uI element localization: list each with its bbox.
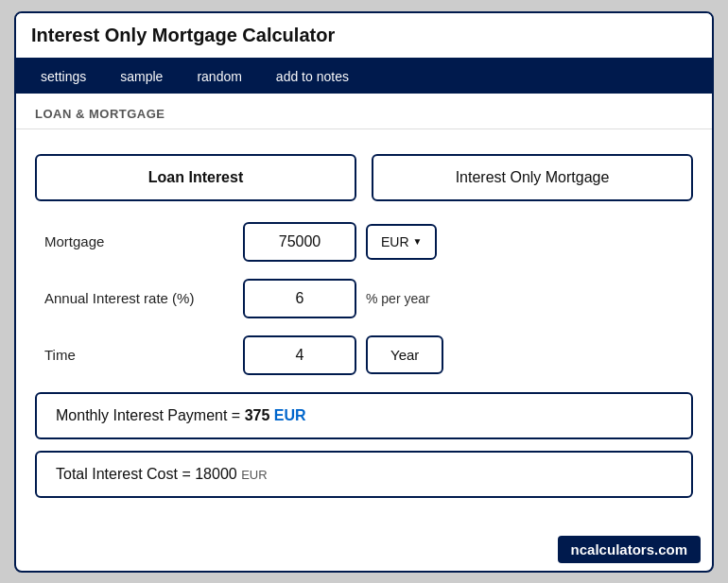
annual-rate-label: Annual Interest rate (%): [35, 290, 243, 306]
monthly-result-currency: EUR: [274, 407, 306, 423]
caret-icon: ▼: [413, 236, 423, 247]
calc-body: Loan Interest Interest Only Mortgage Mor…: [16, 139, 712, 528]
calc-type-interest-only-mortgage[interactable]: Interest Only Mortgage: [372, 154, 693, 201]
title-bar: Interest Only Mortgage Calculator: [16, 13, 712, 60]
nav-bar: settings sample random add to notes: [16, 60, 712, 94]
nav-sample[interactable]: sample: [103, 60, 180, 94]
nav-settings[interactable]: settings: [24, 60, 103, 94]
mortgage-row: Mortgage EUR ▼: [35, 222, 693, 262]
calculator-container: Interest Only Mortgage Calculator settin…: [14, 11, 714, 573]
total-result-currency: EUR: [241, 468, 267, 482]
page-title: Interest Only Mortgage Calculator: [31, 25, 697, 46]
section-label: LOAN & MORTGAGE: [16, 94, 712, 129]
time-unit-button[interactable]: Year: [366, 335, 443, 374]
monthly-result-box: Monthly Interest Payment = 375 EUR: [35, 392, 693, 439]
monthly-result-label: Monthly Interest Payment =: [56, 407, 245, 423]
nav-random[interactable]: random: [180, 60, 258, 94]
nav-add-to-notes[interactable]: add to notes: [259, 60, 366, 94]
brand-label: ncalculators.com: [558, 536, 701, 563]
total-result-label: Total Interest Cost = 18000: [56, 466, 241, 482]
mortgage-label: Mortgage: [35, 233, 243, 249]
time-input[interactable]: [243, 335, 356, 375]
mortgage-inputs: EUR ▼: [243, 222, 437, 262]
annual-rate-inputs: % per year: [243, 279, 430, 318]
annual-rate-row: Annual Interest rate (%) % per year: [35, 279, 693, 318]
footer-bar: ncalculators.com: [16, 528, 712, 571]
calc-type-loan-interest[interactable]: Loan Interest: [35, 154, 356, 201]
annual-rate-input[interactable]: [243, 279, 356, 318]
monthly-result-value: 375: [245, 407, 270, 423]
currency-label: EUR: [381, 234, 409, 249]
currency-dropdown[interactable]: EUR ▼: [366, 224, 437, 260]
total-result-box: Total Interest Cost = 18000 EUR: [35, 451, 693, 498]
annual-rate-unit: % per year: [366, 291, 430, 306]
time-label: Time: [35, 347, 243, 363]
calc-type-row: Loan Interest Interest Only Mortgage: [35, 154, 693, 201]
mortgage-input[interactable]: [243, 222, 356, 262]
time-inputs: Year: [243, 335, 443, 375]
time-row: Time Year: [35, 335, 693, 375]
